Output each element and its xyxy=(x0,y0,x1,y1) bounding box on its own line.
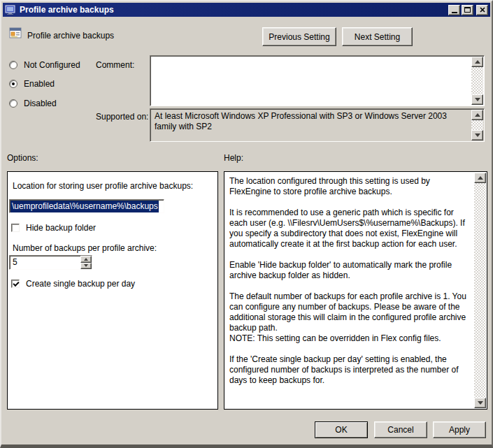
window-icon xyxy=(5,4,16,15)
spinner-up-button[interactable] xyxy=(80,256,92,263)
scroll-track[interactable] xyxy=(474,183,486,398)
policy-setting-dialog: Profile archive backups Profile archive … xyxy=(0,0,493,448)
comment-scrollbar[interactable] xyxy=(471,57,483,105)
help-scrollbar[interactable] xyxy=(474,173,486,408)
scroll-down-button[interactable] xyxy=(474,398,486,408)
minimize-button[interactable] xyxy=(448,5,460,15)
arrow-down-icon xyxy=(475,98,480,101)
supported-on-scrollbar[interactable] xyxy=(471,110,483,140)
comment-text[interactable] xyxy=(150,56,471,106)
supported-on-box: At least Microsoft Windows XP Profession… xyxy=(150,108,485,142)
radio-not-configured[interactable]: Not Configured xyxy=(9,60,80,70)
previous-setting-button[interactable]: Previous Setting xyxy=(262,27,336,46)
comment-label: Comment: xyxy=(96,60,134,70)
help-section-label: Help: xyxy=(224,153,243,163)
scroll-down-button[interactable] xyxy=(471,130,483,140)
maximize-button[interactable] xyxy=(462,5,473,15)
help-paragraph: If the 'Create single backup per day' se… xyxy=(229,354,472,386)
options-panel: Location for storing user profile archiv… xyxy=(7,171,218,410)
next-setting-button[interactable]: Next Setting xyxy=(342,27,413,46)
arrow-up-icon xyxy=(84,258,88,261)
apply-button[interactable]: Apply xyxy=(433,421,486,438)
radio-label: Enabled xyxy=(24,79,55,89)
help-paragraph: The default number of backups for each p… xyxy=(229,291,472,344)
checkbox-icon[interactable] xyxy=(11,224,20,232)
backups-count-spinner[interactable]: 5 xyxy=(9,255,92,270)
backups-count-label: Number of backups per profile archive: xyxy=(13,243,157,253)
supported-on-label: Supported on: xyxy=(96,112,148,122)
location-input[interactable]: \uemprofiledata\%username%\backups xyxy=(9,199,164,213)
arrow-up-icon xyxy=(475,60,480,64)
help-paragraph: It is recommended to use a generic path … xyxy=(229,208,472,250)
radio-disabled[interactable]: Disabled xyxy=(9,99,57,108)
help-paragraph: Enable 'Hide backup folder' to automatic… xyxy=(229,260,472,281)
scroll-track[interactable] xyxy=(471,120,483,130)
arrow-up-icon xyxy=(475,113,480,117)
backups-count-value[interactable]: 5 xyxy=(10,256,80,269)
single-backup-per-day-checkbox-row[interactable]: Create single backup per day xyxy=(11,279,135,289)
close-button[interactable] xyxy=(476,5,488,15)
scroll-up-button[interactable] xyxy=(471,110,483,120)
hide-backup-folder-checkbox-row[interactable]: Hide backup folder xyxy=(11,223,96,233)
help-panel: The location configured through this set… xyxy=(224,171,487,410)
scroll-up-button[interactable] xyxy=(471,57,483,67)
policy-setting-icon xyxy=(8,26,22,40)
comment-textarea[interactable] xyxy=(150,55,485,106)
scroll-down-button[interactable] xyxy=(471,94,483,105)
checkbox-label: Hide backup folder xyxy=(26,223,96,233)
radio-button-icon[interactable] xyxy=(9,99,17,108)
checkbox-icon[interactable] xyxy=(11,280,20,288)
help-text: The location configured through this set… xyxy=(224,172,474,409)
cancel-button[interactable]: Cancel xyxy=(374,421,427,438)
setting-name: Profile archive backups xyxy=(27,31,114,41)
supported-on-text: At least Microsoft Windows XP Profession… xyxy=(150,109,471,141)
arrow-down-icon xyxy=(478,401,483,405)
arrow-up-icon xyxy=(478,176,483,180)
radio-button-icon[interactable] xyxy=(9,61,17,69)
options-section-label: Options: xyxy=(7,153,38,163)
arrow-down-icon xyxy=(84,264,88,267)
spinner-down-button[interactable] xyxy=(80,263,92,270)
window-title: Profile archive backups xyxy=(20,5,447,15)
titlebar[interactable]: Profile archive backups xyxy=(3,3,490,17)
radio-label: Not Configured xyxy=(24,60,80,70)
location-selected-text: \uemprofiledata\%username%\backups xyxy=(10,201,159,212)
ok-button[interactable]: OK xyxy=(315,421,368,438)
radio-enabled[interactable]: Enabled xyxy=(9,79,55,89)
close-icon xyxy=(480,7,485,13)
spinner-buttons[interactable] xyxy=(80,256,92,269)
maximize-icon xyxy=(464,7,471,13)
scroll-up-button[interactable] xyxy=(474,173,486,183)
minimize-icon xyxy=(452,12,457,13)
radio-button-icon[interactable] xyxy=(9,80,17,88)
arrow-down-icon xyxy=(475,133,480,137)
help-paragraph: The location configured through this set… xyxy=(229,176,472,197)
radio-label: Disabled xyxy=(24,99,57,108)
location-label: Location for storing user profile archiv… xyxy=(13,181,193,191)
scroll-track[interactable] xyxy=(471,67,483,94)
checkbox-label: Create single backup per day xyxy=(26,279,135,289)
